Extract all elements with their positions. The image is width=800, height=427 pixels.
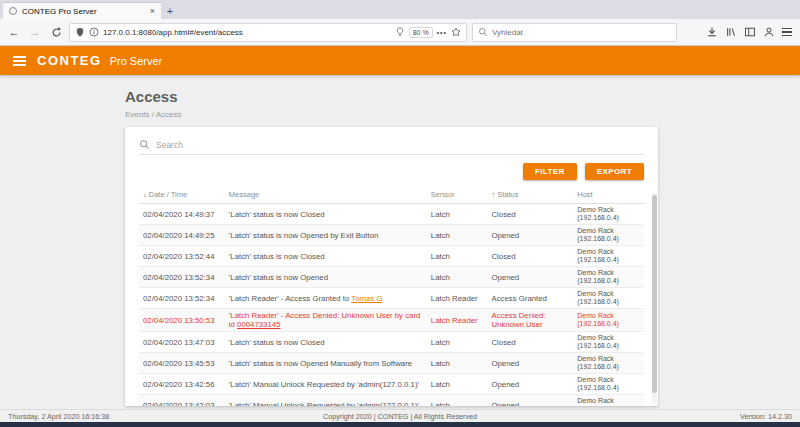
browser-tab[interactable]: CONTEG Pro Server × (3, 2, 161, 19)
cell-datetime: 02/04/2020 13:50:53 (139, 309, 225, 332)
table-row[interactable]: 02/04/2020 13:52:44 'Latch' status is no… (139, 246, 644, 267)
table-row[interactable]: 02/04/2020 14:49:37 'Latch' status is no… (139, 204, 644, 225)
bookmark-star-icon[interactable] (451, 27, 461, 37)
breadcrumb-events-link[interactable]: Events (125, 110, 149, 119)
cell-status: Opened (487, 395, 573, 407)
table-row[interactable]: 02/04/2020 13:47:03 'Latch' status is no… (139, 332, 644, 353)
host-ip: (192.168.0.4) (577, 320, 640, 328)
host-ip: (192.168.0.4) (577, 235, 640, 243)
cell-datetime: 02/04/2020 13:52:34 (139, 288, 225, 309)
column-header-status[interactable]: ↑Status (487, 186, 573, 204)
browser-search-input[interactable] (492, 28, 671, 37)
column-header-datetime[interactable]: ↓Date / Time (139, 186, 225, 204)
filter-button[interactable]: FILTER (523, 163, 577, 180)
host-name: Demo Rack (577, 248, 640, 256)
cell-message: 'Latch' status is now Opened Manually fr… (225, 353, 427, 374)
back-icon[interactable]: ← (6, 24, 22, 40)
app-menu-icon[interactable] (13, 56, 26, 66)
search-icon (139, 139, 150, 150)
cell-message: 'Latch Reader' - Access Denied: Unknown … (225, 309, 427, 332)
cell-status: Closed (487, 246, 573, 267)
cell-sensor: Latch (427, 332, 488, 353)
cell-message: 'Latch Reader' - Access Granted to Tomas… (225, 288, 427, 309)
cell-host: Demo Rack (192.168.0.4) (573, 309, 644, 332)
cell-sensor: Latch (427, 204, 488, 225)
browser-search-bar[interactable] (472, 23, 677, 42)
menu-icon[interactable] (782, 28, 792, 36)
cell-host: Demo Rack (192.168.0.4) (573, 246, 644, 267)
sidebar-icon[interactable] (744, 26, 756, 38)
host-ip: (192.168.0.4) (577, 298, 640, 306)
table-body: 02/04/2020 14:49:37 'Latch' status is no… (139, 204, 644, 407)
cell-host: Demo Rack (192.168.0.4) (573, 353, 644, 374)
column-header-message[interactable]: Message (225, 186, 427, 204)
conteg-logo: CONTEG (37, 53, 102, 68)
browser-navbar: ← → 127.0.0.1:8080/app.html#/event/acces… (0, 19, 800, 46)
host-ip: (192.168.0.4) (577, 277, 640, 285)
cell-sensor: Latch (427, 353, 488, 374)
browser-tabbar: CONTEG Pro Server × + (0, 0, 800, 19)
table-row[interactable]: 02/04/2020 13:50:53 'Latch Reader' - Acc… (139, 309, 644, 332)
page-body: Access Events / Access FILTER EXPORT (0, 75, 800, 409)
cell-datetime: 02/04/2020 14:49:37 (139, 204, 225, 225)
cell-message: 'Latch' status is now Closed (225, 332, 427, 353)
column-header-sensor[interactable]: Sensor (427, 186, 488, 204)
cell-status: Closed (487, 332, 573, 353)
events-card: FILTER EXPORT ↓Date / Time Message Senso… (125, 127, 658, 406)
url-bar[interactable]: 127.0.0.1:8080/app.html#/event/access 80… (69, 23, 467, 42)
cell-sensor: Latch (427, 395, 488, 407)
host-ip: (192.168.0.4) (577, 256, 640, 264)
tab-favicon-icon (9, 7, 17, 15)
zoom-level-button[interactable]: 80 % (409, 27, 433, 38)
export-button[interactable]: EXPORT (585, 163, 644, 180)
cell-status: Opened (487, 267, 573, 288)
cell-status: Closed (487, 204, 573, 225)
footer-version: Version: 14.2.30 (740, 412, 792, 421)
url-text[interactable]: 127.0.0.1:8080/app.html#/event/access (103, 28, 391, 37)
host-name: Demo Rack (577, 206, 640, 214)
cell-datetime: 02/04/2020 14:49:25 (139, 225, 225, 246)
column-header-host[interactable]: Host (573, 186, 644, 204)
forward-icon[interactable]: → (27, 24, 43, 40)
cell-status: Opened (487, 225, 573, 246)
table-row[interactable]: 02/04/2020 13:52:34 'Latch' status is no… (139, 267, 644, 288)
cell-sensor: Latch Reader (427, 288, 488, 309)
host-ip: (192.168.0.4) (577, 363, 640, 371)
table-row[interactable]: 02/04/2020 13:42:03 'Latch' Manual Unloc… (139, 395, 644, 407)
reload-icon[interactable] (48, 24, 64, 40)
host-name: Demo Rack (577, 312, 640, 320)
tab-title: CONTEG Pro Server (22, 7, 145, 16)
table-row[interactable]: 02/04/2020 13:42:56 'Latch' Manual Unloc… (139, 374, 644, 395)
shield-icon[interactable] (75, 27, 85, 37)
host-ip: (192.168.0.4) (577, 384, 640, 392)
download-icon[interactable] (706, 26, 718, 38)
table-search-field[interactable] (139, 135, 644, 155)
sort-descending-icon: ↓ (143, 190, 147, 199)
message-link[interactable]: 0004733145 (237, 320, 280, 329)
table-search-input[interactable] (156, 140, 644, 150)
table-row[interactable]: 02/04/2020 14:49:25 'Latch' status is no… (139, 225, 644, 246)
table-row[interactable]: 02/04/2020 13:52:34 'Latch Reader' - Acc… (139, 288, 644, 309)
message-link[interactable]: Tomas G (351, 294, 382, 303)
app-header: CONTEG Pro Server (0, 46, 800, 75)
library-icon[interactable] (725, 26, 737, 38)
table-row[interactable]: 02/04/2020 13:45:53 'Latch' status is no… (139, 353, 644, 374)
host-name: Demo Rack (577, 376, 640, 384)
new-tab-button[interactable]: + (161, 2, 179, 19)
os-taskbar (0, 422, 800, 427)
account-icon[interactable] (763, 26, 775, 38)
cell-sensor: Latch Reader (427, 309, 488, 332)
tab-close-icon[interactable]: × (150, 7, 155, 16)
host-name: Demo Rack (577, 334, 640, 342)
lightbulb-icon[interactable] (395, 27, 405, 37)
cell-status: Opened (487, 353, 573, 374)
app-subtitle: Pro Server (110, 55, 163, 67)
cell-host: Demo Rack (192.168.0.4) (573, 374, 644, 395)
page-actions-icon[interactable]: ••• (437, 29, 447, 36)
host-ip: (192.168.0.4) (577, 214, 640, 222)
site-info-icon[interactable] (89, 27, 99, 37)
cell-status: Access Granted (487, 288, 573, 309)
card-scrollbar[interactable] (652, 193, 657, 404)
scrollbar-thumb[interactable] (652, 195, 657, 393)
cell-sensor: Latch (427, 374, 488, 395)
